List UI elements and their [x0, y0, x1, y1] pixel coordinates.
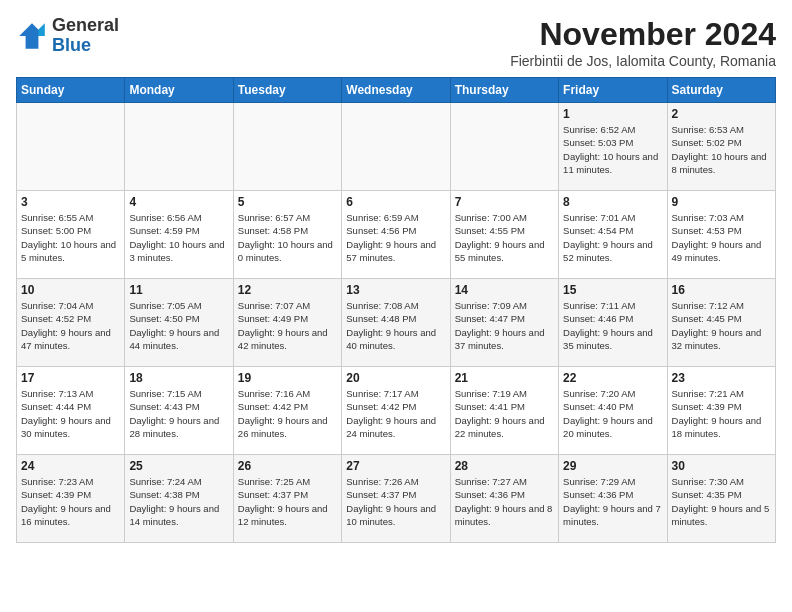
day-number: 5: [238, 195, 337, 209]
calendar-table: SundayMondayTuesdayWednesdayThursdayFrid…: [16, 77, 776, 543]
day-info: Sunrise: 7:03 AM Sunset: 4:53 PM Dayligh…: [672, 211, 771, 264]
calendar-cell: [233, 103, 341, 191]
day-number: 28: [455, 459, 554, 473]
day-info: Sunrise: 7:05 AM Sunset: 4:50 PM Dayligh…: [129, 299, 228, 352]
day-info: Sunrise: 7:21 AM Sunset: 4:39 PM Dayligh…: [672, 387, 771, 440]
day-number: 17: [21, 371, 120, 385]
day-info: Sunrise: 6:55 AM Sunset: 5:00 PM Dayligh…: [21, 211, 120, 264]
day-info: Sunrise: 6:56 AM Sunset: 4:59 PM Dayligh…: [129, 211, 228, 264]
calendar-cell: 26Sunrise: 7:25 AM Sunset: 4:37 PM Dayli…: [233, 455, 341, 543]
day-number: 30: [672, 459, 771, 473]
day-number: 2: [672, 107, 771, 121]
day-number: 16: [672, 283, 771, 297]
calendar-title: November 2024: [510, 16, 776, 53]
day-number: 12: [238, 283, 337, 297]
weekday-thursday: Thursday: [450, 78, 558, 103]
day-info: Sunrise: 7:17 AM Sunset: 4:42 PM Dayligh…: [346, 387, 445, 440]
day-number: 3: [21, 195, 120, 209]
calendar-cell: 9Sunrise: 7:03 AM Sunset: 4:53 PM Daylig…: [667, 191, 775, 279]
day-info: Sunrise: 7:04 AM Sunset: 4:52 PM Dayligh…: [21, 299, 120, 352]
logo: General Blue: [16, 16, 119, 56]
weekday-sunday: Sunday: [17, 78, 125, 103]
logo-icon: [16, 20, 48, 52]
day-info: Sunrise: 7:09 AM Sunset: 4:47 PM Dayligh…: [455, 299, 554, 352]
calendar-cell: 22Sunrise: 7:20 AM Sunset: 4:40 PM Dayli…: [559, 367, 667, 455]
calendar-cell: 17Sunrise: 7:13 AM Sunset: 4:44 PM Dayli…: [17, 367, 125, 455]
day-number: 19: [238, 371, 337, 385]
day-number: 27: [346, 459, 445, 473]
weekday-header-row: SundayMondayTuesdayWednesdayThursdayFrid…: [17, 78, 776, 103]
day-info: Sunrise: 7:19 AM Sunset: 4:41 PM Dayligh…: [455, 387, 554, 440]
weekday-monday: Monday: [125, 78, 233, 103]
svg-marker-1: [38, 23, 44, 36]
weekday-friday: Friday: [559, 78, 667, 103]
calendar-cell: 11Sunrise: 7:05 AM Sunset: 4:50 PM Dayli…: [125, 279, 233, 367]
day-number: 26: [238, 459, 337, 473]
day-number: 24: [21, 459, 120, 473]
day-info: Sunrise: 7:23 AM Sunset: 4:39 PM Dayligh…: [21, 475, 120, 528]
calendar-cell: 23Sunrise: 7:21 AM Sunset: 4:39 PM Dayli…: [667, 367, 775, 455]
calendar-cell: 4Sunrise: 6:56 AM Sunset: 4:59 PM Daylig…: [125, 191, 233, 279]
weekday-saturday: Saturday: [667, 78, 775, 103]
day-number: 6: [346, 195, 445, 209]
day-number: 22: [563, 371, 662, 385]
day-info: Sunrise: 7:13 AM Sunset: 4:44 PM Dayligh…: [21, 387, 120, 440]
calendar-cell: 18Sunrise: 7:15 AM Sunset: 4:43 PM Dayli…: [125, 367, 233, 455]
day-number: 23: [672, 371, 771, 385]
calendar-cell: 16Sunrise: 7:12 AM Sunset: 4:45 PM Dayli…: [667, 279, 775, 367]
day-number: 25: [129, 459, 228, 473]
calendar-cell: 12Sunrise: 7:07 AM Sunset: 4:49 PM Dayli…: [233, 279, 341, 367]
day-info: Sunrise: 7:01 AM Sunset: 4:54 PM Dayligh…: [563, 211, 662, 264]
day-info: Sunrise: 7:20 AM Sunset: 4:40 PM Dayligh…: [563, 387, 662, 440]
weekday-wednesday: Wednesday: [342, 78, 450, 103]
calendar-cell: 3Sunrise: 6:55 AM Sunset: 5:00 PM Daylig…: [17, 191, 125, 279]
calendar-cell: 10Sunrise: 7:04 AM Sunset: 4:52 PM Dayli…: [17, 279, 125, 367]
title-section: November 2024 Fierbintii de Jos, Ialomit…: [510, 16, 776, 69]
logo-general-text: General: [52, 15, 119, 35]
day-info: Sunrise: 7:30 AM Sunset: 4:35 PM Dayligh…: [672, 475, 771, 528]
calendar-cell: 5Sunrise: 6:57 AM Sunset: 4:58 PM Daylig…: [233, 191, 341, 279]
day-number: 7: [455, 195, 554, 209]
day-number: 14: [455, 283, 554, 297]
day-info: Sunrise: 7:29 AM Sunset: 4:36 PM Dayligh…: [563, 475, 662, 528]
calendar-cell: [17, 103, 125, 191]
calendar-cell: [125, 103, 233, 191]
day-info: Sunrise: 7:00 AM Sunset: 4:55 PM Dayligh…: [455, 211, 554, 264]
calendar-cell: 2Sunrise: 6:53 AM Sunset: 5:02 PM Daylig…: [667, 103, 775, 191]
calendar-cell: 1Sunrise: 6:52 AM Sunset: 5:03 PM Daylig…: [559, 103, 667, 191]
calendar-cell: 15Sunrise: 7:11 AM Sunset: 4:46 PM Dayli…: [559, 279, 667, 367]
day-info: Sunrise: 7:08 AM Sunset: 4:48 PM Dayligh…: [346, 299, 445, 352]
calendar-cell: 30Sunrise: 7:30 AM Sunset: 4:35 PM Dayli…: [667, 455, 775, 543]
day-number: 8: [563, 195, 662, 209]
day-number: 4: [129, 195, 228, 209]
week-row-4: 17Sunrise: 7:13 AM Sunset: 4:44 PM Dayli…: [17, 367, 776, 455]
day-number: 13: [346, 283, 445, 297]
week-row-2: 3Sunrise: 6:55 AM Sunset: 5:00 PM Daylig…: [17, 191, 776, 279]
calendar-cell: 6Sunrise: 6:59 AM Sunset: 4:56 PM Daylig…: [342, 191, 450, 279]
day-number: 20: [346, 371, 445, 385]
day-number: 21: [455, 371, 554, 385]
calendar-cell: 21Sunrise: 7:19 AM Sunset: 4:41 PM Dayli…: [450, 367, 558, 455]
day-info: Sunrise: 6:53 AM Sunset: 5:02 PM Dayligh…: [672, 123, 771, 176]
day-info: Sunrise: 7:15 AM Sunset: 4:43 PM Dayligh…: [129, 387, 228, 440]
day-info: Sunrise: 7:25 AM Sunset: 4:37 PM Dayligh…: [238, 475, 337, 528]
calendar-cell: 28Sunrise: 7:27 AM Sunset: 4:36 PM Dayli…: [450, 455, 558, 543]
day-number: 29: [563, 459, 662, 473]
day-info: Sunrise: 7:11 AM Sunset: 4:46 PM Dayligh…: [563, 299, 662, 352]
calendar-cell: 19Sunrise: 7:16 AM Sunset: 4:42 PM Dayli…: [233, 367, 341, 455]
day-number: 18: [129, 371, 228, 385]
day-number: 1: [563, 107, 662, 121]
day-number: 11: [129, 283, 228, 297]
day-info: Sunrise: 7:12 AM Sunset: 4:45 PM Dayligh…: [672, 299, 771, 352]
day-info: Sunrise: 7:24 AM Sunset: 4:38 PM Dayligh…: [129, 475, 228, 528]
calendar-cell: 25Sunrise: 7:24 AM Sunset: 4:38 PM Dayli…: [125, 455, 233, 543]
weekday-tuesday: Tuesday: [233, 78, 341, 103]
day-info: Sunrise: 7:07 AM Sunset: 4:49 PM Dayligh…: [238, 299, 337, 352]
day-number: 9: [672, 195, 771, 209]
calendar-cell: 14Sunrise: 7:09 AM Sunset: 4:47 PM Dayli…: [450, 279, 558, 367]
calendar-cell: 20Sunrise: 7:17 AM Sunset: 4:42 PM Dayli…: [342, 367, 450, 455]
day-info: Sunrise: 6:59 AM Sunset: 4:56 PM Dayligh…: [346, 211, 445, 264]
calendar-cell: 7Sunrise: 7:00 AM Sunset: 4:55 PM Daylig…: [450, 191, 558, 279]
calendar-cell: 29Sunrise: 7:29 AM Sunset: 4:36 PM Dayli…: [559, 455, 667, 543]
header: General Blue November 2024 Fierbintii de…: [16, 16, 776, 69]
